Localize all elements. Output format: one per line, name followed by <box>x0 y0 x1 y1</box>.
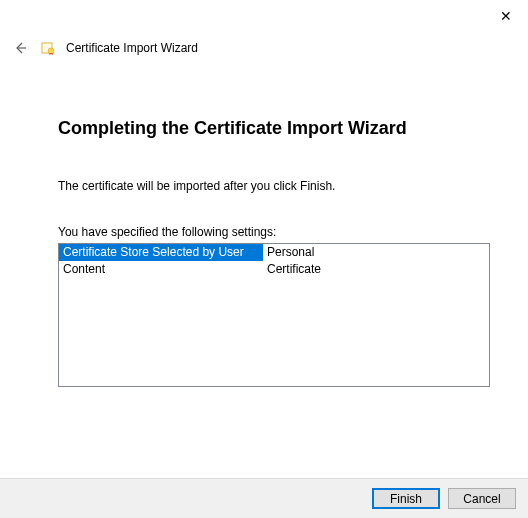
wizard-content: Completing the Certificate Import Wizard… <box>0 58 528 387</box>
cancel-button[interactable]: Cancel <box>448 488 516 509</box>
settings-list[interactable]: Certificate Store Selected by User Perso… <box>58 243 490 387</box>
wizard-footer: Finish Cancel <box>0 478 528 518</box>
close-button[interactable]: ✕ <box>496 6 516 26</box>
certificate-wizard-icon <box>40 40 56 56</box>
settings-label: You have specified the following setting… <box>58 225 488 239</box>
settings-row-value: Personal <box>263 244 489 261</box>
page-description: The certificate will be imported after y… <box>58 179 488 193</box>
wizard-header: Certificate Import Wizard <box>0 0 528 58</box>
settings-row[interactable]: Content Certificate <box>59 261 489 278</box>
settings-row-value: Certificate <box>263 261 489 278</box>
settings-row[interactable]: Certificate Store Selected by User Perso… <box>59 244 489 261</box>
back-button[interactable] <box>10 38 30 58</box>
settings-row-label: Content <box>59 261 263 278</box>
close-icon: ✕ <box>500 8 512 24</box>
window-title: Certificate Import Wizard <box>66 41 198 55</box>
finish-button[interactable]: Finish <box>372 488 440 509</box>
page-heading: Completing the Certificate Import Wizard <box>58 118 488 139</box>
settings-row-label: Certificate Store Selected by User <box>59 244 263 261</box>
back-arrow-icon <box>12 40 28 56</box>
